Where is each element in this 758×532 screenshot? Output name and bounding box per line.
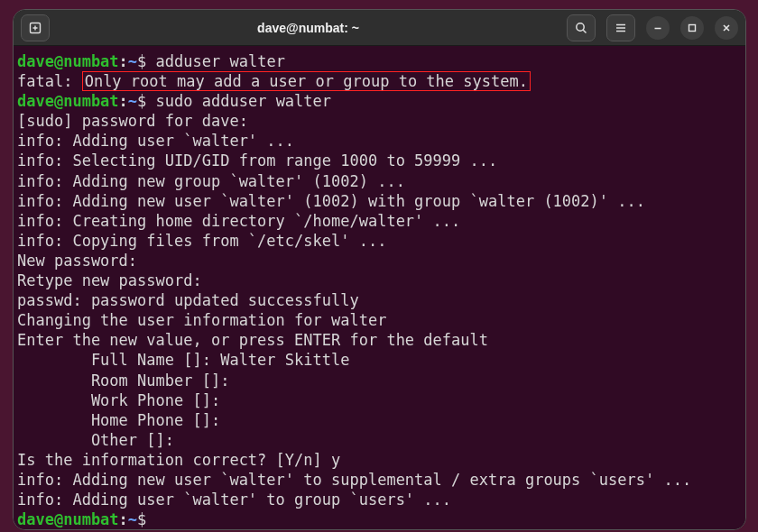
terminal-window: dave@numbat: ~ dave@numbat:~ xyxy=(13,9,746,530)
titlebar: dave@numbat: ~ xyxy=(14,10,745,46)
prompt-colon: : xyxy=(119,92,128,110)
output-line: Other []: xyxy=(17,430,742,450)
output-line: Work Phone []: xyxy=(17,390,742,410)
close-icon xyxy=(721,23,732,33)
output-line: info: Creating home directory `/home/wal… xyxy=(17,211,742,231)
output-line: info: Selecting UID/GID from range 1000 … xyxy=(17,151,742,170)
prompt-colon: : xyxy=(119,52,128,70)
terminal-body[interactable]: dave@numbat:~$ adduser walterfatal: Only… xyxy=(14,46,745,529)
prompt-user-host: dave@numbat xyxy=(17,510,119,528)
output-line: info: Adding user `walter' ... xyxy=(17,131,742,151)
titlebar-right-group xyxy=(567,14,738,41)
output-line: Is the information correct? [Y/n] y xyxy=(17,450,742,470)
output-line: info: Adding user `walter' to group `use… xyxy=(17,490,742,509)
output-line: passwd: password updated successfully xyxy=(17,290,742,310)
output-line: info: Adding new user `walter' (1002) wi… xyxy=(17,191,742,211)
prompt-line-1: dave@numbat:~$ adduser walter xyxy=(17,51,742,71)
prompt-line-3: dave@numbat:~$ xyxy=(17,509,742,529)
new-tab-icon xyxy=(28,21,42,35)
command-text: adduser walter xyxy=(156,52,285,70)
output-line: info: Adding new user `walter' to supple… xyxy=(17,470,742,490)
output-line: Home Phone []: xyxy=(17,410,742,430)
search-icon xyxy=(574,21,588,35)
window-title: dave@numbat: ~ xyxy=(50,21,567,35)
output-line: Enter the new value, or press ENTER for … xyxy=(17,330,742,350)
svg-rect-2 xyxy=(689,24,696,31)
minimize-icon xyxy=(652,23,663,33)
svg-point-1 xyxy=(577,23,584,30)
prompt-user-host: dave@numbat xyxy=(17,92,119,110)
output-line: [sudo] password for dave: xyxy=(17,111,742,131)
hamburger-icon xyxy=(614,21,628,35)
close-button[interactable] xyxy=(715,16,738,40)
output-line: New password: xyxy=(17,251,742,271)
new-tab-button[interactable] xyxy=(21,14,50,41)
output-line: Full Name []: Walter Skittle xyxy=(17,350,742,370)
prompt-dollar: $ xyxy=(137,92,155,110)
fatal-message-highlight: Only root may add a user or group to the… xyxy=(82,71,531,91)
prompt-user-host: dave@numbat xyxy=(17,52,119,70)
prompt-path: ~ xyxy=(128,510,137,528)
prompt-path: ~ xyxy=(128,92,137,110)
output-line: info: Copying files from `/etc/skel' ... xyxy=(17,231,742,251)
titlebar-left-group xyxy=(21,14,50,41)
output-line: Room Number []: xyxy=(17,371,742,390)
prompt-path: ~ xyxy=(128,52,137,70)
fatal-prefix: fatal: xyxy=(17,72,82,90)
prompt-dollar: $ xyxy=(137,510,155,528)
output-line: info: Adding new group `walter' (1002) .… xyxy=(17,171,742,191)
maximize-button[interactable] xyxy=(680,16,704,40)
output-line: Changing the user information for walter xyxy=(17,310,742,330)
search-button[interactable] xyxy=(567,14,596,41)
prompt-colon: : xyxy=(119,510,128,528)
minimize-button[interactable] xyxy=(646,16,670,40)
fatal-line: fatal: Only root may add a user or group… xyxy=(17,71,742,91)
prompt-dollar: $ xyxy=(137,52,155,70)
command-text: sudo adduser walter xyxy=(156,92,331,110)
output-line: Retype new password: xyxy=(17,271,742,290)
prompt-line-2: dave@numbat:~$ sudo adduser walter xyxy=(17,91,742,111)
hamburger-menu-button[interactable] xyxy=(606,14,635,41)
maximize-icon xyxy=(687,23,698,33)
